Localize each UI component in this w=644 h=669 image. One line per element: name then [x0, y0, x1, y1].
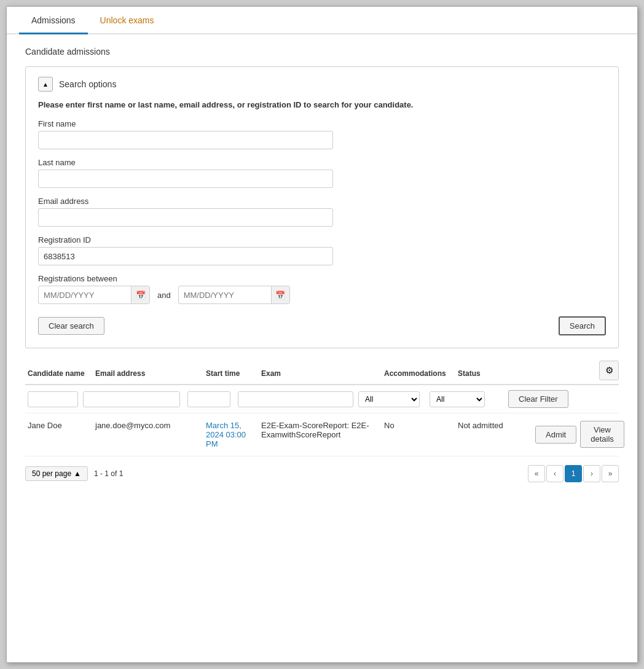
search-button[interactable]: Search [559, 316, 606, 335]
main-window: Admissions Unlock exams Candidate admiss… [6, 6, 638, 663]
clear-filter-button[interactable]: Clear Filter [508, 390, 568, 408]
tab-unlock-exams[interactable]: Unlock exams [88, 7, 167, 34]
pagination-bar: 50 per page ▲ 1 - 1 of 1 « ‹ 1 [25, 465, 619, 482]
date-and-label: and [155, 291, 173, 300]
search-actions: Clear search Search [38, 316, 606, 335]
dropdown-arrow-icon: ▲ [74, 469, 81, 478]
main-content: Candidate admissions ▲ Search options Pl… [7, 34, 637, 495]
filter-accommodations-wrap: All Yes No [356, 391, 427, 407]
filter-candidate-wrap [25, 391, 80, 407]
th-exam: Exam [259, 367, 382, 380]
filter-start-input[interactable] [187, 391, 230, 407]
filter-row: All Yes No All Admitted Not admitted Cle… [25, 385, 619, 413]
date-to-calendar-button[interactable]: 📅 [271, 286, 289, 304]
candidate-name-link[interactable]: Jane Doe [28, 421, 62, 430]
th-email: Email address [93, 367, 203, 380]
per-page-button[interactable]: 50 per page ▲ [25, 466, 88, 481]
date-to-input[interactable] [179, 288, 271, 302]
last-name-input[interactable] [38, 170, 333, 188]
section-title: Candidate admissions [25, 47, 619, 57]
cell-start-time: March 15, 2024 03:00 PM [203, 421, 259, 448]
admit-button[interactable]: Admit [535, 426, 576, 444]
search-options-label: Search options [59, 79, 116, 89]
cell-status: Not admitted [455, 421, 535, 430]
filter-exam-wrap [235, 391, 356, 407]
th-actions: ⚙ [535, 361, 619, 380]
filter-email-input[interactable] [83, 391, 180, 407]
filter-email-wrap [80, 391, 185, 407]
filter-exam-input[interactable] [238, 391, 353, 407]
collapse-search-button[interactable]: ▲ [38, 77, 53, 92]
th-candidate-name: Candidate name [25, 367, 93, 380]
th-accommodations: Accommodations [382, 367, 455, 380]
filter-candidate-input[interactable] [28, 391, 78, 407]
page-range-info: 1 - 1 of 1 [94, 469, 123, 478]
last-name-label: Last name [38, 158, 606, 167]
calendar-icon-2: 📅 [275, 291, 285, 300]
cell-email: jane.doe@myco.com [93, 421, 203, 430]
search-instruction: Please enter first name or last name, em… [38, 100, 606, 109]
tab-bar: Admissions Unlock exams [7, 7, 637, 34]
table-header: Candidate name Email address Start time … [25, 361, 619, 385]
date-from-input[interactable] [39, 288, 131, 302]
reg-id-label: Registration ID [38, 235, 606, 245]
cell-actions: Admit View details [535, 421, 624, 448]
date-from-calendar-button[interactable]: 📅 [131, 286, 149, 304]
email-label: Email address [38, 197, 606, 206]
date-from-wrap: 📅 [38, 286, 150, 304]
date-range-group: Registrations between 📅 and 📅 [38, 274, 606, 304]
search-options-header: ▲ Search options [38, 77, 606, 92]
results-table: Candidate name Email address Start time … [25, 361, 619, 482]
filter-status-select[interactable]: All Admitted Not admitted [430, 391, 485, 407]
tab-admissions[interactable]: Admissions [19, 7, 88, 34]
reg-id-input[interactable] [38, 247, 333, 265]
last-name-group: Last name [38, 158, 606, 188]
table-row: Jane Doe jane.doe@myco.com March 15, 202… [25, 413, 619, 456]
first-name-group: First name [38, 119, 606, 149]
chevron-up-icon: ▲ [42, 81, 49, 88]
first-page-button[interactable]: « [528, 465, 545, 482]
first-name-input[interactable] [38, 131, 333, 149]
reg-between-label: Registrations between [38, 274, 606, 283]
pagination-left: 50 per page ▲ 1 - 1 of 1 [25, 466, 123, 481]
th-status: Status [455, 367, 535, 380]
date-to-wrap: 📅 [178, 286, 290, 304]
current-page-button[interactable]: 1 [565, 465, 582, 482]
prev-page-button[interactable]: ‹ [546, 465, 564, 482]
pagination-right: « ‹ 1 › » [528, 465, 619, 482]
last-page-button[interactable]: » [602, 465, 619, 482]
reg-id-group: Registration ID [38, 235, 606, 265]
cell-accommodations: No [382, 421, 455, 430]
search-panel: ▲ Search options Please enter first name… [25, 66, 619, 348]
email-input[interactable] [38, 208, 333, 227]
clear-search-button[interactable]: Clear search [38, 317, 104, 335]
filter-start-wrap [185, 391, 235, 407]
filter-status-wrap: All Admitted Not admitted [427, 391, 505, 407]
th-start-time: Start time [203, 367, 259, 380]
settings-icon: ⚙ [605, 365, 613, 376]
cell-exam: E2E-Exam-ScoreReport: E2E-ExamwithScoreR… [259, 421, 382, 439]
email-group: Email address [38, 197, 606, 227]
calendar-icon: 📅 [136, 291, 146, 300]
first-name-label: First name [38, 119, 606, 128]
column-settings-button[interactable]: ⚙ [599, 361, 619, 380]
filter-accommodations-select[interactable]: All Yes No [358, 391, 420, 407]
view-details-button[interactable]: View details [580, 421, 624, 448]
next-page-button[interactable]: › [583, 465, 600, 482]
cell-candidate-name: Jane Doe [25, 421, 93, 430]
date-range-inputs: 📅 and 📅 [38, 286, 606, 304]
filter-clear-wrap: Clear Filter [505, 390, 619, 408]
